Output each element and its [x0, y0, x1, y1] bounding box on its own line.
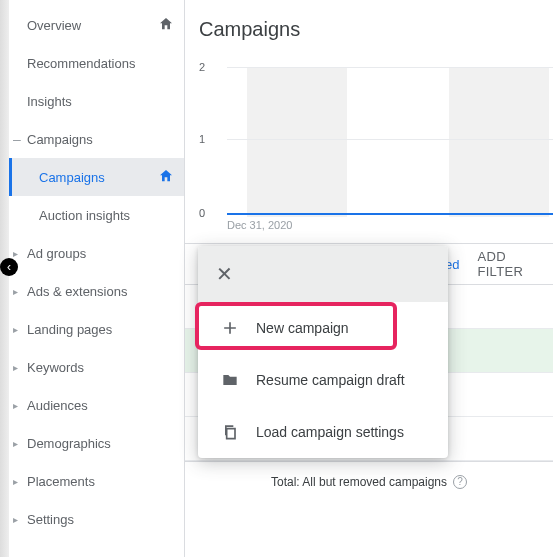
- sidebar-item-label: Settings: [27, 512, 174, 527]
- close-icon[interactable]: ✕: [216, 262, 233, 286]
- chart-band: [247, 67, 347, 217]
- table-totals-row: Total: All but removed campaigns ?: [185, 461, 553, 501]
- sidebar-item-label: Campaigns: [39, 170, 158, 185]
- sidebar-item-label: Campaigns: [27, 132, 174, 147]
- sidebar-item-label: Insights: [27, 94, 174, 109]
- chart-gridline: [227, 139, 553, 140]
- home-icon: [158, 168, 174, 187]
- sidebar-item-demographics[interactable]: ▸ Demographics: [9, 424, 184, 462]
- popover-header: ✕: [198, 246, 448, 302]
- performance-chart: 2 1 0 Dec 31, 2020: [199, 67, 553, 237]
- chart-baseline: [227, 213, 553, 215]
- sidebar-item-overview[interactable]: Overview: [9, 6, 184, 44]
- sidebar-item-campaigns-group[interactable]: Campaigns: [9, 120, 184, 158]
- sidebar-item-landing-pages[interactable]: ▸ Landing pages: [9, 310, 184, 348]
- sidebar-item-label: Recommendations: [27, 56, 174, 71]
- chart-ytick: 2: [199, 61, 205, 73]
- collapse-sidebar-button[interactable]: ‹: [0, 258, 18, 276]
- chart-band: [449, 67, 549, 217]
- home-icon: [158, 16, 174, 35]
- chevron-right-icon: ▸: [13, 286, 21, 297]
- menu-item-label: New campaign: [256, 320, 349, 336]
- sidebar-item-recommendations[interactable]: Recommendations: [9, 44, 184, 82]
- sidebar-item-audiences[interactable]: ▸ Audiences: [9, 386, 184, 424]
- sidebar-item-auction-insights[interactable]: Auction insights: [9, 196, 184, 234]
- folder-icon: [220, 370, 240, 390]
- totals-label: Total: All but removed campaigns: [271, 475, 447, 489]
- sidebar-item-label: Landing pages: [27, 322, 174, 337]
- chevron-right-icon: ▸: [13, 514, 21, 525]
- help-icon[interactable]: ?: [453, 475, 467, 489]
- sidebar-item-label: Keywords: [27, 360, 174, 375]
- chevron-right-icon: ▸: [13, 400, 21, 411]
- sidebar-nav: Overview Recommendations Insights Campai…: [9, 0, 185, 557]
- menu-item-load-settings[interactable]: Load campaign settings: [198, 406, 448, 458]
- left-gutter: [0, 0, 9, 557]
- sidebar-item-ads-extensions[interactable]: ▸ Ads & extensions: [9, 272, 184, 310]
- chart-ytick: 0: [199, 207, 205, 219]
- sidebar-item-keywords[interactable]: ▸ Keywords: [9, 348, 184, 386]
- sidebar-item-placements[interactable]: ▸ Placements: [9, 462, 184, 500]
- sidebar-item-label: Overview: [27, 18, 158, 33]
- new-campaign-menu: ✕ New campaign Resume campaign draft Loa…: [198, 246, 448, 458]
- sidebar-item-label: Auction insights: [39, 208, 174, 223]
- sidebar-item-label: Ad groups: [27, 246, 174, 261]
- sidebar-item-ad-groups[interactable]: ▸ Ad groups: [9, 234, 184, 272]
- minus-icon: [13, 131, 21, 147]
- chart-gridline: [227, 67, 553, 68]
- copy-icon: [220, 422, 240, 442]
- chevron-right-icon: ▸: [13, 438, 21, 449]
- chevron-right-icon: ▸: [13, 248, 21, 259]
- sidebar-item-label: Placements: [27, 474, 174, 489]
- chevron-left-icon: ‹: [7, 260, 11, 274]
- sidebar-item-insights[interactable]: Insights: [9, 82, 184, 120]
- sidebar-item-label: Demographics: [27, 436, 174, 451]
- menu-item-new-campaign[interactable]: New campaign: [198, 302, 448, 354]
- page-title: Campaigns: [185, 0, 553, 41]
- sidebar-item-label: Audiences: [27, 398, 174, 413]
- menu-item-resume-draft[interactable]: Resume campaign draft: [198, 354, 448, 406]
- add-filter-button[interactable]: ADD FILTER: [459, 249, 553, 279]
- sidebar-item-label: Ads & extensions: [27, 284, 174, 299]
- chevron-right-icon: ▸: [13, 324, 21, 335]
- chart-xlabel: Dec 31, 2020: [227, 219, 292, 231]
- chart-ytick: 1: [199, 133, 205, 145]
- sidebar-item-settings[interactable]: ▸ Settings: [9, 500, 184, 538]
- chevron-right-icon: ▸: [13, 476, 21, 487]
- chevron-right-icon: ▸: [13, 362, 21, 373]
- plus-icon: [220, 318, 240, 338]
- menu-item-label: Load campaign settings: [256, 424, 404, 440]
- sidebar-item-campaigns[interactable]: Campaigns: [9, 158, 184, 196]
- menu-item-label: Resume campaign draft: [256, 372, 405, 388]
